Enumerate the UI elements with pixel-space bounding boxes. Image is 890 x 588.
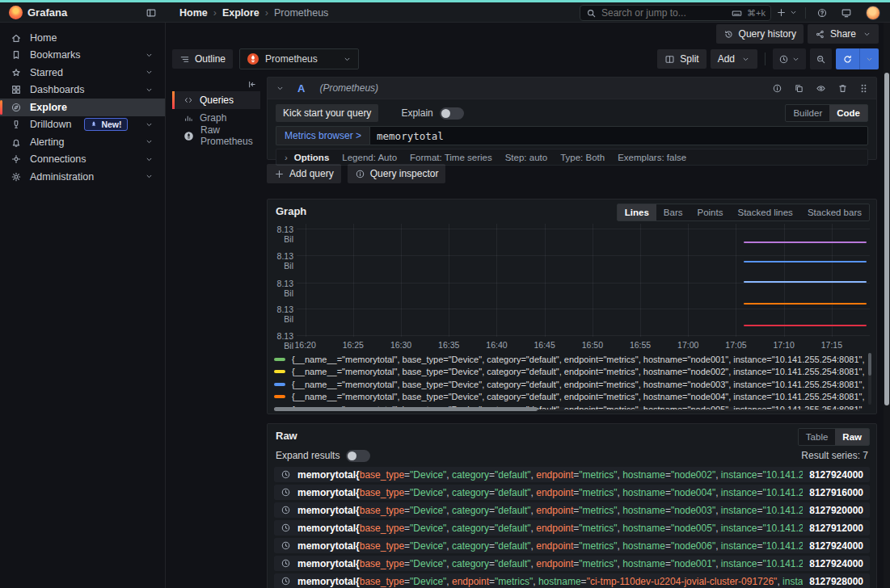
- sidebar-item-starred[interactable]: Starred: [0, 64, 165, 82]
- sidebar-item-alerting[interactable]: Alerting: [0, 133, 165, 151]
- sidebar-item-administration[interactable]: Administration: [0, 168, 165, 186]
- connections-icon: [11, 153, 22, 165]
- label-key: instance: [782, 576, 803, 587]
- x-tick-label: 17:05: [725, 340, 746, 350]
- search-input[interactable]: [601, 7, 727, 19]
- legend-item[interactable]: {__name__="memorytotal", base_type="Devi…: [274, 391, 865, 404]
- raw-series-row[interactable]: memorytotal{base_type="Device", category…: [274, 467, 870, 482]
- sidebar-item-bookmarks[interactable]: Bookmarks: [0, 47, 165, 65]
- news-monitor-button[interactable]: [841, 7, 852, 19]
- editor-mode-code[interactable]: Code: [829, 105, 867, 121]
- graph-mode-lines[interactable]: Lines: [618, 204, 656, 220]
- drag-handle-icon[interactable]: [859, 83, 868, 94]
- legend-item[interactable]: {__name__="memorytotal", base_type="Devi…: [274, 353, 865, 366]
- graph-mode-points[interactable]: Points: [690, 204, 731, 220]
- clock-icon: [280, 558, 291, 569]
- raw-mode-raw[interactable]: Raw: [835, 429, 869, 445]
- remove-query-icon[interactable]: [837, 83, 848, 94]
- split-button[interactable]: Split: [657, 49, 706, 69]
- time-range-picker[interactable]: [773, 48, 806, 69]
- window-scrollbar[interactable]: [884, 23, 890, 588]
- metrics-browser-link[interactable]: Metrics browser >: [276, 126, 369, 145]
- new-menu-button[interactable]: [776, 7, 798, 18]
- x-gridline: [545, 224, 546, 337]
- expand-results-toggle[interactable]: [346, 450, 370, 462]
- query-expression-input[interactable]: [369, 126, 868, 145]
- x-tick-label: 16:25: [343, 340, 364, 350]
- legend-item[interactable]: {__name__="memorytotal", base_type="Devi…: [274, 378, 865, 391]
- options-type: Type: Both: [560, 153, 605, 162]
- label-key: base_type: [360, 558, 404, 569]
- hide-query-icon[interactable]: [816, 83, 826, 94]
- raw-mode-table[interactable]: Table: [799, 429, 836, 445]
- star-icon: [11, 67, 22, 78]
- graph-mode-stacked-lines[interactable]: Stacked lines: [730, 204, 799, 220]
- grafana-logo-icon[interactable]: [9, 6, 23, 19]
- duplicate-query-icon[interactable]: [794, 83, 804, 94]
- sidebar-item-drilldown[interactable]: DrilldownNew!: [0, 116, 165, 134]
- avatar[interactable]: [866, 6, 880, 20]
- raw-series-row[interactable]: memorytotal{base_type="Device", endpoint…: [274, 573, 870, 588]
- raw-series-row[interactable]: memorytotal{base_type="Device", category…: [274, 538, 870, 553]
- series-value: 8127924000: [809, 469, 863, 481]
- mega-menu-toggle-icon[interactable]: [146, 7, 157, 19]
- explore-nav-raw-prometheus[interactable]: Raw Prometheus: [172, 127, 260, 145]
- label-key: endpoint: [536, 540, 573, 552]
- search-box[interactable]: ⌘+k: [580, 5, 771, 21]
- raw-series-row[interactable]: memorytotal{base_type="Device", category…: [274, 556, 870, 571]
- graph-mode-bars[interactable]: Bars: [656, 204, 690, 220]
- info-icon[interactable]: [772, 83, 782, 94]
- main-nav-sidebar: HomeBookmarksStarredDashboardsExploreDri…: [0, 23, 166, 588]
- raw-series-row[interactable]: memorytotal{base_type="Device", category…: [274, 502, 870, 518]
- outline-button[interactable]: Outline: [172, 49, 233, 69]
- legend-horizontal-scrollbar[interactable]: [274, 407, 860, 411]
- query-history-button[interactable]: Query history: [716, 24, 804, 44]
- legend-item[interactable]: {__name__="memorytotal", base_type="Devi…: [274, 366, 865, 379]
- add-query-button[interactable]: Add query: [267, 164, 341, 183]
- x-gridline: [640, 224, 641, 337]
- datasource-picker[interactable]: Prometheus: [239, 48, 359, 69]
- zoom-out-button[interactable]: [810, 48, 832, 69]
- label-key: hostname: [538, 576, 581, 587]
- sidebar-item-explore[interactable]: Explore: [0, 99, 165, 116]
- share-button[interactable]: Share: [808, 24, 879, 44]
- metric-name: memorytotal: [297, 469, 356, 481]
- raw-series-row[interactable]: memorytotal{base_type="Device", category…: [274, 485, 870, 500]
- navbar-divider: [805, 7, 806, 19]
- query-options-row[interactable]: › Options Legend: Auto Format: Time seri…: [276, 149, 868, 166]
- run-query-button[interactable]: [836, 48, 879, 69]
- label-key: instance: [721, 558, 757, 569]
- breadcrumb-item[interactable]: Prometheus: [274, 7, 328, 19]
- sidebar-item-home[interactable]: Home: [0, 29, 165, 47]
- breadcrumb-item[interactable]: Explore: [222, 7, 259, 19]
- explore-content-nav: QueriesGraphRaw Prometheus: [166, 73, 267, 170]
- label-key: category: [452, 487, 489, 498]
- kick-start-query-button[interactable]: Kick start your query: [276, 104, 378, 122]
- gear-icon: [11, 171, 22, 183]
- sidebar-item-connections[interactable]: Connections: [0, 151, 165, 169]
- series-value: 8127928000: [809, 576, 863, 587]
- explore-nav-queries[interactable]: Queries: [172, 91, 260, 109]
- explain-toggle[interactable]: [440, 107, 464, 120]
- raw-series-text: memorytotal{base_type="Device", category…: [297, 540, 803, 552]
- metric-name: memorytotal: [297, 540, 356, 552]
- graph-mode-stacked-bars[interactable]: Stacked bars: [800, 204, 869, 220]
- raw-series-text: memorytotal{base_type="Device", category…: [297, 523, 803, 534]
- sidebar-item-label: Dashboards: [30, 84, 84, 95]
- breadcrumb-item[interactable]: Home: [179, 7, 208, 19]
- label-value: "metrics": [579, 523, 617, 534]
- help-button[interactable]: [816, 7, 828, 19]
- editor-mode-builder[interactable]: Builder: [786, 105, 829, 121]
- query-inspector-button[interactable]: Query inspector: [348, 164, 446, 183]
- chevron-down-icon: [145, 120, 154, 129]
- query-datasource-hint: (Prometheus): [319, 82, 378, 94]
- sidebar-item-dashboards[interactable]: Dashboards: [0, 82, 165, 99]
- raw-series-row[interactable]: memorytotal{base_type="Device", category…: [274, 520, 870, 536]
- options-legend: Legend: Auto: [342, 153, 397, 162]
- collapse-pane-icon[interactable]: [247, 79, 257, 90]
- add-button[interactable]: Add: [711, 49, 757, 69]
- label-key: hostname: [622, 505, 665, 516]
- legend-vertical-scrollbar[interactable]: [868, 353, 871, 405]
- chevron-down-icon[interactable]: [276, 84, 285, 93]
- label-key: endpoint: [452, 576, 489, 587]
